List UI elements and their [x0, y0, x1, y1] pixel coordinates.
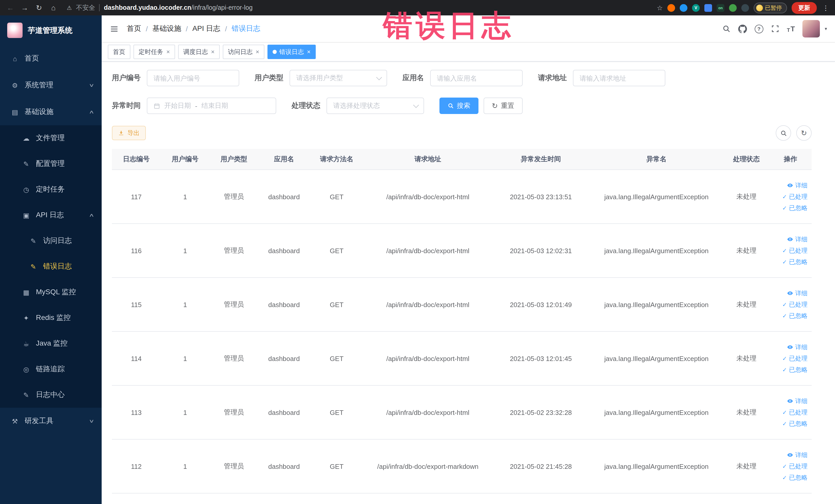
filter-label: 用户编号: [112, 74, 141, 83]
back-icon[interactable]: ←: [5, 4, 15, 12]
fullscreen-icon[interactable]: [771, 25, 779, 33]
reset-button[interactable]: ↻ 重置: [484, 98, 522, 114]
sidebar-item-api-log[interactable]: ▣ API 日志 ∧: [0, 202, 102, 228]
extension-icon[interactable]: on: [717, 4, 725, 12]
hamburger-icon[interactable]: [110, 24, 119, 33]
close-icon[interactable]: ×: [211, 48, 215, 56]
breadcrumb-item-current[interactable]: 错误日志: [231, 24, 260, 33]
table-row: 1151管理员dashboardGET/api/infra/db-doc/exp…: [112, 278, 812, 331]
sidebar-item-redis-monitor[interactable]: ✦ Redis 监控: [0, 305, 102, 331]
close-icon[interactable]: ×: [307, 48, 311, 56]
breadcrumb-item[interactable]: API 日志: [192, 24, 221, 33]
sidebar-item-infrastructure[interactable]: ▤ 基础设施 ∧: [0, 99, 102, 125]
avatar-caret-icon[interactable]: ▾: [825, 26, 827, 31]
sidebar-item-home[interactable]: ⌂ 首页: [0, 45, 102, 72]
check-icon: ✓: [782, 418, 787, 429]
tab-home[interactable]: 首页: [108, 45, 130, 59]
action-ignored[interactable]: ✓已忽略: [773, 472, 808, 483]
cell-user_id: 1: [161, 439, 209, 493]
action-label: 已忽略: [789, 472, 808, 483]
app-name-input[interactable]: [430, 70, 523, 86]
breadcrumb-item[interactable]: 首页: [127, 24, 141, 33]
column-header: 请求地址: [364, 149, 492, 170]
cell-exception: java.lang.IllegalArgumentException: [590, 170, 723, 224]
action-processed[interactable]: ✓已处理: [773, 353, 808, 364]
search-icon[interactable]: [722, 25, 731, 33]
sidebar-item-file-management[interactable]: ☁ 文件管理: [0, 125, 102, 151]
cell-status: 未处理: [724, 170, 770, 224]
tab-label: 访问日志: [228, 47, 252, 56]
extension-icon[interactable]: [680, 4, 687, 12]
extension-icon[interactable]: [741, 4, 749, 12]
main-area: 首页 / 基础设施 / API 日志 / 错误日志 ?: [102, 15, 835, 504]
chrome-update-button[interactable]: 更新: [792, 2, 817, 14]
breadcrumb-item[interactable]: 基础设施: [152, 24, 181, 33]
request-url-input[interactable]: [573, 70, 665, 86]
action-detail[interactable]: 详细: [773, 180, 808, 191]
extension-icon[interactable]: V: [692, 4, 700, 12]
browser-menu-icon[interactable]: ⋮: [821, 4, 830, 12]
user-type-select[interactable]: 请选择用户类型: [289, 70, 387, 86]
action-detail[interactable]: 详细: [773, 396, 808, 407]
sidebar-item-scheduled-tasks[interactable]: ◷ 定时任务: [0, 177, 102, 202]
paused-badge[interactable]: 已暂停: [754, 2, 787, 13]
action-ignored[interactable]: ✓已忽略: [773, 256, 808, 267]
font-size-icon[interactable]: TT: [787, 25, 795, 33]
process-status-select[interactable]: 请选择处理状态: [326, 98, 424, 114]
action-ignored[interactable]: ✓已忽略: [773, 364, 808, 375]
sidebar-item-access-log[interactable]: ✎ 访问日志: [0, 228, 102, 254]
close-icon[interactable]: ×: [256, 48, 259, 56]
tab-access-log[interactable]: 访问日志 ×: [223, 45, 264, 59]
github-icon[interactable]: [738, 24, 747, 33]
action-detail[interactable]: 详细: [773, 341, 808, 353]
action-processed[interactable]: ✓已处理: [773, 191, 808, 202]
action-detail[interactable]: 详细: [773, 234, 808, 245]
browser-home-icon[interactable]: ⌂: [48, 4, 59, 12]
filter-app-name: 应用名: [403, 70, 523, 86]
logo[interactable]: 芋道管理系统: [0, 15, 102, 45]
sidebar-item-error-log[interactable]: ✎ 错误日志: [0, 254, 102, 279]
action-ignored[interactable]: ✓已忽略: [773, 202, 808, 214]
sidebar-item-link-tracing[interactable]: ◎ 链路追踪: [0, 356, 102, 382]
sidebar-item-java-monitor[interactable]: ☕ Java 监控: [0, 331, 102, 356]
tab-scheduled-tasks[interactable]: 定时任务 ×: [134, 45, 175, 59]
extension-icon[interactable]: [667, 4, 675, 12]
action-ignored[interactable]: ✓已忽略: [773, 418, 808, 429]
cell-app: dashboard: [258, 170, 309, 224]
action-processed[interactable]: ✓已处理: [773, 407, 808, 418]
table-header-row: 日志编号用户编号用户类型应用名请求方法名请求地址异常发生时间异常名处理状态操作: [112, 149, 812, 170]
address-bar[interactable]: ⚠ 不安全 dashboard.yudao.iocoder.cn/infra/l…: [63, 3, 653, 12]
export-button[interactable]: 导出: [112, 126, 146, 140]
action-detail[interactable]: 详细: [773, 449, 808, 461]
sidebar-item-config-management[interactable]: ✎ 配置管理: [0, 151, 102, 177]
bookmark-star-icon[interactable]: ☆: [657, 4, 663, 12]
edit-icon: ✎: [22, 160, 31, 168]
tab-schedule-log[interactable]: 调度日志 ×: [178, 45, 220, 59]
extension-icon[interactable]: [704, 4, 712, 12]
end-date-placeholder: 结束日期: [202, 101, 228, 110]
toggle-search-button[interactable]: [776, 125, 791, 141]
sidebar-item-mysql-monitor[interactable]: ▦ MySQL 监控: [0, 279, 102, 305]
tab-error-log[interactable]: 错误日志 ×: [267, 45, 316, 59]
action-ignored[interactable]: ✓已忽略: [773, 310, 808, 321]
reload-icon[interactable]: ↻: [34, 4, 44, 12]
avatar[interactable]: [803, 20, 820, 38]
close-icon[interactable]: ×: [166, 48, 170, 56]
action-processed[interactable]: ✓已处理: [773, 299, 808, 310]
refresh-table-button[interactable]: ↻: [796, 125, 812, 141]
action-detail[interactable]: 详细: [773, 287, 808, 299]
help-icon[interactable]: ?: [755, 24, 763, 33]
user-id-input[interactable]: [147, 70, 239, 86]
cell-user_id: 1: [161, 278, 209, 331]
sidebar-item-log-center[interactable]: ✎ 日志中心: [0, 382, 102, 408]
action-processed[interactable]: ✓已处理: [773, 245, 808, 256]
action-label: 已忽略: [789, 256, 808, 267]
search-button[interactable]: 搜索: [440, 98, 478, 114]
extension-icon[interactable]: [729, 4, 737, 12]
eye-icon: [787, 452, 793, 458]
sidebar-item-system-management[interactable]: ⚙ 系统管理 ∨: [0, 72, 102, 99]
forward-icon[interactable]: →: [20, 4, 30, 12]
exception-time-range-picker[interactable]: 开始日期 - 结束日期: [147, 98, 276, 114]
sidebar-item-dev-tools[interactable]: ⚒ 研发工具 ∨: [0, 408, 102, 435]
action-processed[interactable]: ✓已处理: [773, 461, 808, 472]
